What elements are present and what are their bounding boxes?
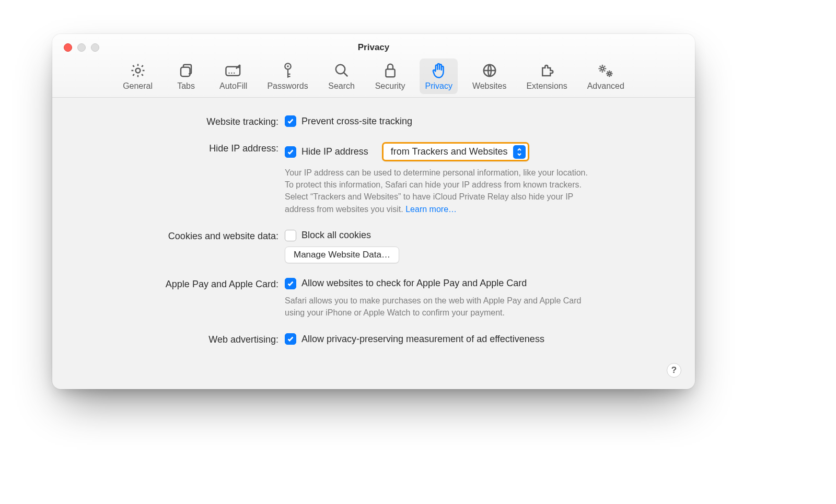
- block-all-cookies-checkbox[interactable]: [285, 230, 296, 241]
- hand-icon: [432, 62, 446, 79]
- svg-rect-9: [386, 69, 394, 77]
- website-tracking-label: Website tracking:: [68, 115, 285, 127]
- gears-icon: [597, 62, 614, 79]
- tab-label: Search: [328, 81, 355, 91]
- tab-privacy[interactable]: Privacy: [420, 58, 457, 94]
- prevent-cross-site-tracking-label: Prevent cross-site tracking: [301, 116, 412, 127]
- hide-ip-address-checkbox[interactable]: [285, 146, 296, 158]
- gear-icon: [130, 62, 146, 79]
- tab-label: Extensions: [526, 81, 567, 91]
- hide-ip-address-checkbox-label: Hide IP address: [301, 146, 368, 157]
- preferences-toolbar: General Tabs AutoFill: [52, 58, 695, 94]
- hide-ip-label: Hide IP address:: [68, 142, 285, 154]
- svg-point-8: [335, 65, 345, 74]
- tab-label: Tabs: [177, 81, 195, 91]
- window-title: Privacy: [52, 42, 695, 53]
- allow-apple-pay-checkbox[interactable]: [285, 278, 296, 289]
- svg-point-7: [287, 65, 289, 67]
- tab-label: Websites: [472, 81, 507, 91]
- tab-passwords[interactable]: Passwords: [262, 58, 313, 94]
- tab-general[interactable]: General: [118, 58, 158, 94]
- svg-point-4: [231, 73, 232, 74]
- tab-label: General: [123, 81, 153, 91]
- allow-apple-pay-label: Allow websites to check for Apple Pay an…: [301, 278, 527, 289]
- web-advertising-label: Web advertising:: [68, 333, 285, 345]
- block-all-cookies-label: Block all cookies: [301, 230, 371, 241]
- prevent-cross-site-tracking-checkbox[interactable]: [285, 115, 296, 127]
- help-button[interactable]: ?: [667, 363, 681, 378]
- titlebar: Privacy General Tabs: [52, 34, 695, 98]
- key-icon: [281, 62, 295, 79]
- tab-extensions[interactable]: Extensions: [521, 58, 572, 94]
- tab-label: Advanced: [587, 81, 624, 91]
- tab-label: AutoFill: [219, 81, 247, 91]
- svg-point-3: [228, 73, 229, 74]
- svg-point-5: [234, 73, 235, 74]
- globe-icon: [482, 62, 497, 79]
- autofill-icon: [225, 62, 242, 79]
- svg-point-11: [601, 67, 604, 70]
- tab-label: Passwords: [267, 81, 308, 91]
- tab-tabs[interactable]: Tabs: [167, 58, 205, 94]
- privacy-pane: Website tracking: Prevent cross-site tra…: [52, 98, 695, 345]
- tab-security[interactable]: Security: [370, 58, 411, 94]
- allow-ad-measurement-checkbox[interactable]: [285, 333, 296, 345]
- svg-point-0: [135, 68, 140, 73]
- preferences-window: Privacy General Tabs: [52, 34, 695, 389]
- svg-rect-1: [181, 67, 190, 77]
- tabs-icon: [178, 62, 194, 79]
- apple-pay-label: Apple Pay and Apple Card:: [68, 278, 285, 290]
- tab-autofill[interactable]: AutoFill: [214, 58, 252, 94]
- tab-search[interactable]: Search: [323, 58, 361, 94]
- hide-ip-description: Your IP address can be used to determine…: [285, 167, 588, 215]
- tab-label: Security: [375, 81, 405, 91]
- tab-advanced[interactable]: Advanced: [582, 58, 630, 94]
- hide-ip-mode-value: from Trackers and Websites: [391, 146, 508, 157]
- learn-more-link[interactable]: Learn more…: [405, 205, 457, 214]
- svg-point-12: [608, 73, 610, 75]
- chevron-up-down-icon: [513, 145, 526, 159]
- hide-ip-mode-select[interactable]: from Trackers and Websites: [382, 142, 529, 161]
- search-icon: [334, 62, 350, 79]
- tab-label: Privacy: [425, 81, 452, 91]
- svg-rect-2: [226, 67, 240, 76]
- lock-icon: [384, 62, 397, 79]
- apple-pay-description: Safari allows you to make purchases on t…: [285, 295, 588, 319]
- tab-websites[interactable]: Websites: [467, 58, 512, 94]
- cookies-label: Cookies and website data:: [68, 230, 285, 242]
- puzzle-icon: [539, 62, 555, 79]
- manage-website-data-button[interactable]: Manage Website Data…: [285, 247, 399, 263]
- allow-ad-measurement-label: Allow privacy-preserving measurement of …: [301, 334, 544, 345]
